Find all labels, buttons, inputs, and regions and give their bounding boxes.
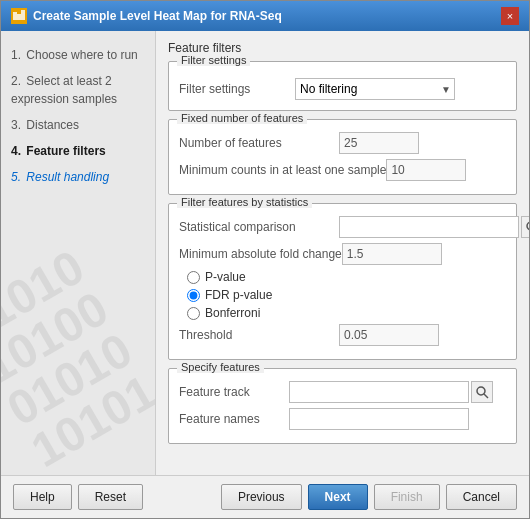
finish-button[interactable]: Finish — [374, 484, 440, 510]
specify-features-content: Feature track Feature n — [169, 369, 516, 443]
step-2-label: Select at least 2 expression samples — [11, 74, 117, 106]
sidebar-item-1[interactable]: 1. Choose where to run — [11, 46, 145, 64]
min-counts-row: Minimum counts in at least one sample — [179, 159, 506, 181]
statistical-comparison-input[interactable] — [339, 216, 519, 238]
main-panel: Feature filters Filter settings Filter s… — [156, 31, 529, 475]
sidebar-item-5[interactable]: 5. Result handling — [11, 168, 145, 186]
help-button[interactable]: Help — [13, 484, 72, 510]
step-4-label: Feature filters — [26, 144, 105, 158]
svg-line-6 — [484, 394, 488, 398]
sidebar: 1. Choose where to run 2. Select at leas… — [1, 31, 156, 475]
bonferroni-radio-label: Bonferroni — [205, 306, 260, 320]
specify-features-group: Specify features Feature track — [168, 368, 517, 444]
feature-track-input[interactable] — [289, 381, 469, 403]
step-4-num: 4. — [11, 144, 21, 158]
min-fold-change-label: Minimum absolute fold change — [179, 247, 342, 261]
number-of-features-row: Number of features — [179, 132, 506, 154]
min-counts-label: Minimum counts in at least one sample — [179, 163, 386, 177]
feature-track-browse-button[interactable] — [471, 381, 493, 403]
fixed-number-title: Fixed number of features — [177, 112, 307, 124]
title-bar-left: Create Sample Level Heat Map for RNA-Seq — [11, 8, 282, 24]
watermark: 01010101000101010101 — [1, 242, 156, 475]
number-of-features-label: Number of features — [179, 136, 339, 150]
statistical-comparison-browse-button[interactable] — [521, 216, 529, 238]
bottom-bar: Help Reset Previous Next Finish Cancel — [1, 475, 529, 518]
step-5-label: Result handling — [26, 170, 109, 184]
statistical-comparison-input-group — [339, 216, 529, 238]
threshold-input[interactable] — [339, 324, 439, 346]
filter-by-statistics-content: Statistical comparison — [169, 204, 516, 359]
sidebar-item-2[interactable]: 2. Select at least 2 expression samples — [11, 72, 145, 108]
bonferroni-radio-row: Bonferroni — [187, 306, 506, 320]
next-button[interactable]: Next — [308, 484, 368, 510]
step-2-num: 2. — [11, 74, 21, 88]
cancel-button[interactable]: Cancel — [446, 484, 517, 510]
step-5-num: 5. — [11, 170, 21, 184]
step-1-label: Choose where to run — [26, 48, 137, 62]
bottom-bar-left: Help Reset — [13, 484, 143, 510]
filter-settings-dropdown-wrapper: No filtering Fixed number of features Fi… — [295, 78, 455, 100]
previous-button[interactable]: Previous — [221, 484, 302, 510]
filter-by-statistics-title: Filter features by statistics — [177, 196, 312, 208]
app-icon — [11, 8, 27, 24]
filter-settings-content: Filter settings No filtering Fixed numbe… — [169, 62, 516, 110]
dialog-title: Create Sample Level Heat Map for RNA-Seq — [33, 9, 282, 23]
feature-names-label: Feature names — [179, 412, 289, 426]
feature-track-input-group — [289, 381, 493, 403]
fdr-radio-row: FDR p-value — [187, 288, 506, 302]
fdr-radio-label: FDR p-value — [205, 288, 272, 302]
bonferroni-radio[interactable] — [187, 307, 200, 320]
feature-names-input[interactable] — [289, 408, 469, 430]
specify-features-title: Specify features — [177, 361, 264, 373]
filter-settings-select[interactable]: No filtering Fixed number of features Fi… — [295, 78, 455, 100]
step-3-label: Distances — [26, 118, 79, 132]
svg-rect-1 — [17, 14, 21, 20]
title-bar: Create Sample Level Heat Map for RNA-Seq… — [1, 1, 529, 31]
filter-settings-row: Filter settings No filtering Fixed numbe… — [179, 74, 506, 102]
filter-by-statistics-group: Filter features by statistics Statistica… — [168, 203, 517, 360]
svg-rect-2 — [21, 10, 25, 20]
bottom-bar-right: Previous Next Finish Cancel — [221, 484, 517, 510]
min-fold-change-row: Minimum absolute fold change — [179, 243, 506, 265]
fdr-radio[interactable] — [187, 289, 200, 302]
step-1-num: 1. — [11, 48, 21, 62]
section-label: Feature filters — [168, 41, 517, 55]
pvalue-radio[interactable] — [187, 271, 200, 284]
fixed-number-group: Fixed number of features Number of featu… — [168, 119, 517, 195]
filter-settings-group: Filter settings Filter settings No filte… — [168, 61, 517, 111]
feature-names-row: Feature names — [179, 408, 506, 430]
svg-point-5 — [477, 387, 485, 395]
min-counts-input[interactable] — [386, 159, 466, 181]
threshold-label: Threshold — [179, 328, 339, 342]
content-area: 1. Choose where to run 2. Select at leas… — [1, 31, 529, 475]
pvalue-radio-row: P-value — [187, 270, 506, 284]
number-of-features-input[interactable] — [339, 132, 419, 154]
min-fold-change-input[interactable] — [342, 243, 442, 265]
filter-settings-title: Filter settings — [177, 54, 250, 66]
statistical-comparison-row: Statistical comparison — [179, 216, 506, 238]
feature-track-row: Feature track — [179, 381, 506, 403]
svg-point-3 — [527, 222, 529, 230]
sidebar-item-3[interactable]: 3. Distances — [11, 116, 145, 134]
fixed-number-content: Number of features Minimum counts in at … — [169, 120, 516, 194]
dialog: Create Sample Level Heat Map for RNA-Seq… — [0, 0, 530, 519]
statistical-comparison-label: Statistical comparison — [179, 220, 339, 234]
filter-settings-label: Filter settings — [179, 82, 289, 96]
step-3-num: 3. — [11, 118, 21, 132]
pvalue-radio-label: P-value — [205, 270, 246, 284]
sidebar-item-4[interactable]: 4. Feature filters — [11, 142, 145, 160]
close-button[interactable]: × — [501, 7, 519, 25]
svg-rect-0 — [13, 12, 17, 20]
reset-button[interactable]: Reset — [78, 484, 143, 510]
threshold-row: Threshold — [179, 324, 506, 346]
feature-track-label: Feature track — [179, 385, 289, 399]
